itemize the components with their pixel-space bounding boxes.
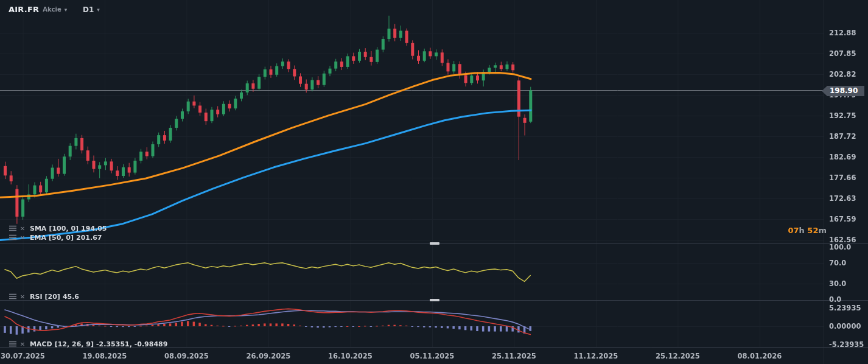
chart-canvas[interactable] <box>0 0 868 364</box>
symbol-row: AIR.FR Akcie ▾ <box>9 5 67 14</box>
axis-tick-label: 70.0 <box>829 258 867 268</box>
instrument-type-label: Akcie <box>43 6 61 13</box>
symbol-title[interactable]: AIR.FR <box>9 5 39 14</box>
legend-rsi-label: RSI[20]45.6 <box>30 293 79 301</box>
indicator-settings-icon[interactable] <box>9 293 17 300</box>
indicator-settings-icon[interactable] <box>9 234 17 241</box>
date-tick-label: 26.09.2025 <box>241 352 296 360</box>
last-price-badge: 198.90 <box>822 86 864 96</box>
legend-ema[interactable]: ✕ EMA[50, 0]201.67 <box>9 233 102 242</box>
axis-tick-label: 167.59 <box>829 214 867 224</box>
date-tick-label: 16.10.2025 <box>323 352 378 360</box>
legend-macd-label: MACD[12, 26, 9]-2.35351, -0.98489 <box>30 340 167 348</box>
date-tick-label: 25.11.2025 <box>487 352 542 360</box>
axis-tick-label: 207.85 <box>829 49 867 58</box>
pane-resize-handle[interactable] <box>430 299 439 301</box>
trading-chart-window: AIR.FR Akcie ▾ D1 ▾ ✕ SMA[100, 0]194.05 … <box>0 0 868 364</box>
pane-resize-handle[interactable] <box>430 242 439 245</box>
indicator-remove-icon[interactable]: ✕ <box>18 225 27 232</box>
axis-tick-label: 177.66 <box>829 173 867 183</box>
axis-tick-label: -5.23935 <box>829 340 867 349</box>
axis-tick-label: 100.0 <box>829 242 867 252</box>
date-tick-label: 25.12.2025 <box>651 352 705 360</box>
legend-rsi[interactable]: ✕ RSI[20]45.6 <box>9 292 79 301</box>
axis-tick-label: 0.00000 <box>829 321 867 331</box>
axis-tick-label: 182.69 <box>829 152 867 162</box>
timeframe-dropdown-caret[interactable]: ▾ <box>97 7 100 13</box>
date-tick-label: 08.01.2026 <box>732 352 787 360</box>
legend-sma[interactable]: ✕ SMA[100, 0]194.05 <box>9 224 107 233</box>
timeframe-label: D1 <box>83 5 94 14</box>
bar-close-countdown: 07h 52m <box>778 226 827 235</box>
axis-tick-label: 5.23935 <box>829 303 867 313</box>
legend-macd[interactable]: ✕ MACD[12, 26, 9]-2.35351, -0.98489 <box>9 340 167 348</box>
date-tick-label: 30.07.2025 <box>0 352 51 360</box>
symbol-dropdown-caret[interactable]: ▾ <box>65 7 68 13</box>
axis-tick-label: 187.72 <box>829 131 867 141</box>
date-tick-label: 05.11.2025 <box>405 352 460 360</box>
legend-sma-label: SMA[100, 0]194.05 <box>30 225 107 233</box>
last-price-value: 198.90 <box>830 86 858 95</box>
legend-ema-label: EMA[50, 0]201.67 <box>30 234 102 242</box>
indicator-settings-icon[interactable] <box>9 225 17 232</box>
axis-tick-label: 212.88 <box>829 28 867 38</box>
indicator-remove-icon[interactable]: ✕ <box>18 293 27 300</box>
indicator-settings-icon[interactable] <box>9 341 17 348</box>
date-tick-label: 11.12.2025 <box>569 352 623 360</box>
date-tick-label: 08.09.2025 <box>159 352 214 360</box>
axis-tick-label: 192.75 <box>829 111 867 121</box>
axis-tick-label: 172.63 <box>829 194 867 203</box>
timeframe-selector[interactable]: D1 ▾ <box>83 5 100 14</box>
axis-tick-label: 202.82 <box>829 69 867 79</box>
indicator-remove-icon[interactable]: ✕ <box>18 341 27 348</box>
indicator-remove-icon[interactable]: ✕ <box>18 234 27 241</box>
axis-tick-label: 30.0 <box>829 279 867 289</box>
date-tick-label: 19.08.2025 <box>77 352 132 360</box>
